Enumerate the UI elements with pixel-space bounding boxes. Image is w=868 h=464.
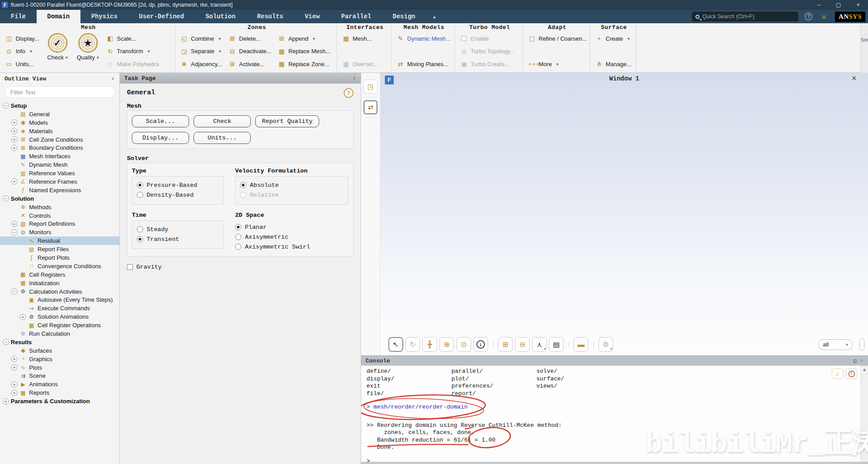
type-option-pressure-based[interactable]: Pressure-Based bbox=[137, 180, 219, 190]
tree-item-cell-registers[interactable]: ▩Cell Registers bbox=[0, 270, 119, 279]
tree-item-results[interactable]: −Results bbox=[0, 338, 119, 346]
error-indicator-button[interactable]: ! bbox=[846, 368, 857, 379]
ribbon-item-adjacency[interactable]: ⋇Adjacency... bbox=[179, 58, 223, 70]
tree-item-models[interactable]: +◉Models bbox=[0, 118, 119, 127]
ribbon-item-make-polyhedra[interactable]: ◇Make Polyhedra bbox=[105, 58, 160, 70]
tab-design[interactable]: Design bbox=[382, 10, 426, 23]
ribbon-item-create[interactable]: +Create▾ bbox=[594, 33, 633, 44]
ribbon-item-dynamic-mesh[interactable]: ✎Dynamic Mesh... bbox=[395, 33, 452, 44]
tree-item-solution[interactable]: −Solution bbox=[0, 194, 119, 203]
expand-toggle-icon[interactable]: + bbox=[11, 136, 17, 143]
2d-space-option-axisymmetric-swirl[interactable]: Axisymmetric Swirl bbox=[235, 242, 349, 252]
tree-item-controls[interactable]: ✕Controls bbox=[0, 211, 119, 220]
tab-domain[interactable]: Domain bbox=[37, 10, 80, 23]
simulation-side-tab[interactable]: ⋯ Sim bbox=[860, 23, 868, 73]
ribbon-item-delete[interactable]: ⊠Delete... bbox=[227, 33, 273, 44]
2d-space-option-planar[interactable]: Planar bbox=[235, 222, 349, 232]
close-button[interactable]: × bbox=[848, 0, 868, 10]
check-mesh-button[interactable]: ✓Check▾ bbox=[44, 32, 71, 72]
radio-icon[interactable] bbox=[137, 182, 143, 188]
zoom-in-out-button[interactable]: ⊕ bbox=[439, 337, 454, 352]
minimize-button[interactable]: ─ bbox=[809, 0, 829, 10]
report-quality-button[interactable]: Report Quality bbox=[255, 115, 319, 127]
2d-space-option-axisymmetric[interactable]: Axisymmetric bbox=[235, 232, 349, 242]
console-body[interactable]: define/parallel/solve/display/plot/surfa… bbox=[361, 366, 868, 464]
graphics-window[interactable]: F Window 1 × ↖↻╋⊕⊙i┆⊞⊖⋏▾▤┆▬┆⚙▾all▾ bbox=[380, 73, 868, 355]
gravity-checkbox[interactable] bbox=[127, 264, 133, 270]
graphics-scrollbar[interactable] bbox=[860, 338, 864, 351]
ribbon-item-replace-zone[interactable]: ▦Replace Zone... bbox=[276, 58, 332, 70]
collapse-toggle-icon[interactable]: − bbox=[11, 229, 17, 236]
ribbon-item-transform[interactable]: ↻Transform▾ bbox=[105, 46, 160, 57]
radio-icon[interactable] bbox=[137, 226, 143, 232]
tree-item-materials[interactable]: +◈Materials bbox=[0, 127, 119, 135]
ribbon-item-separate[interactable]: ◲Separate▾ bbox=[179, 46, 223, 57]
ribbon-item-more[interactable]: ∘∘∘More▾ bbox=[527, 58, 588, 70]
ribbon-item-turbo-topology[interactable]: ◎Turbo Topology... bbox=[459, 46, 516, 57]
tree-item-report-files[interactable]: ▤Report Files bbox=[0, 245, 119, 253]
ribbon-item-activate[interactable]: ⊞Activate... bbox=[227, 58, 273, 70]
velocity-formulation-option-absolute[interactable]: Absolute bbox=[240, 180, 344, 190]
tree-item-graphics[interactable]: +◔Graphics bbox=[0, 355, 119, 363]
ribbon-item-scale[interactable]: ◧Scale... bbox=[105, 33, 160, 44]
collapse-ribbon-caret-icon[interactable]: ▴ bbox=[426, 10, 443, 23]
expand-toggle-icon[interactable]: + bbox=[20, 314, 26, 320]
help-button[interactable]: ? bbox=[344, 88, 354, 98]
ribbon-item-display[interactable]: ◫Display... bbox=[4, 33, 41, 44]
tab-file[interactable]: File bbox=[0, 10, 37, 23]
radio-icon[interactable] bbox=[240, 182, 246, 188]
quick-search-box[interactable] bbox=[692, 12, 798, 21]
tree-item-dynamic-mesh[interactable]: ✎Dynamic Mesh bbox=[0, 160, 119, 169]
expand-toggle-icon[interactable]: + bbox=[11, 221, 17, 227]
expand-toggle-icon[interactable]: + bbox=[11, 178, 17, 185]
console-scrollbar[interactable]: ▲ bbox=[860, 366, 868, 462]
ribbon-item-combine[interactable]: ◱Combine▾ bbox=[179, 33, 223, 44]
expand-toggle-icon[interactable]: + bbox=[11, 381, 17, 388]
expand-toggle-icon[interactable]: + bbox=[11, 364, 17, 371]
tree-item-general[interactable]: ▤General bbox=[0, 110, 119, 118]
ribbon-item-overset[interactable]: ▩Overset... bbox=[341, 58, 379, 70]
view-filter-select[interactable]: all▾ bbox=[818, 339, 853, 350]
measure-button[interactable]: ▬ bbox=[573, 337, 588, 352]
tab-view[interactable]: View bbox=[294, 10, 331, 23]
collapse-task-page-chevron-icon[interactable]: ‹ bbox=[353, 75, 356, 82]
radio-icon[interactable] bbox=[137, 192, 143, 198]
ribbon-item-manage[interactable]: ⋔Manage... bbox=[594, 58, 633, 70]
collapse-outline-chevron-icon[interactable]: ‹ bbox=[111, 75, 115, 82]
expand-toggle-icon[interactable]: + bbox=[3, 398, 9, 405]
tree-item-execute-commands[interactable]: ⇥Execute Commands bbox=[0, 304, 119, 312]
pan-button[interactable]: ╋ bbox=[422, 337, 437, 352]
quality-mesh-button[interactable]: ★Quality▾ bbox=[75, 32, 101, 72]
tree-item-residual[interactable]: ∿Residual bbox=[0, 236, 119, 245]
ribbon-item-refine-coarsen[interactable]: ▢Refine / Coarsen... bbox=[527, 33, 588, 44]
tree-item-boundary-conditions[interactable]: +⊞Boundary Conditions bbox=[0, 143, 119, 152]
rotate-view-button[interactable]: ↻ bbox=[405, 337, 420, 352]
type-option-density-based[interactable]: Density-Based bbox=[137, 190, 219, 200]
tree-item-cell-register-operations[interactable]: ▦Cell Register Operations bbox=[0, 321, 119, 329]
time-option-transient[interactable]: Transient bbox=[137, 234, 219, 244]
display-settings-button[interactable]: ⚙▾ bbox=[598, 337, 613, 352]
collapse-toggle-icon[interactable]: − bbox=[11, 288, 17, 295]
ribbon-item-append[interactable]: ⊞Append▾ bbox=[276, 33, 332, 44]
collapse-toggle-icon[interactable]: − bbox=[3, 102, 9, 109]
radio-icon[interactable] bbox=[235, 234, 241, 240]
tree-item-initialization[interactable]: ▦Initialization bbox=[0, 279, 119, 287]
radio-icon[interactable] bbox=[235, 224, 241, 230]
radio-icon[interactable] bbox=[235, 244, 241, 250]
collapse-toggle-icon[interactable]: − bbox=[3, 195, 9, 202]
ribbon-item-mesh[interactable]: ▦Mesh... bbox=[341, 33, 379, 44]
save-picture-button[interactable]: ▤ bbox=[549, 337, 564, 352]
tree-item-report-definitions[interactable]: +▧Report Definitions bbox=[0, 219, 119, 228]
collapse-console-chevron-icon[interactable]: ‹ bbox=[860, 358, 864, 364]
tree-item-methods[interactable]: ⊛Methods bbox=[0, 203, 119, 211]
tree-item-cell-zone-conditions[interactable]: +⊞Cell Zone Conditions bbox=[0, 135, 119, 144]
journal-icon[interactable]: ≡ bbox=[819, 13, 829, 21]
radio-icon[interactable] bbox=[137, 236, 143, 242]
filter-text-input[interactable] bbox=[4, 86, 115, 98]
close-graphics-window-icon[interactable]: × bbox=[851, 74, 856, 83]
ribbon-item-enable[interactable]: Enable bbox=[459, 33, 516, 44]
collapse-toggle-icon[interactable]: − bbox=[3, 339, 9, 345]
tree-item-reference-frames[interactable]: +∠Reference Frames bbox=[0, 177, 119, 186]
units-button[interactable]: Units... bbox=[194, 132, 251, 144]
tree-item-parameters-customization[interactable]: +Parameters & Customization bbox=[0, 397, 119, 405]
